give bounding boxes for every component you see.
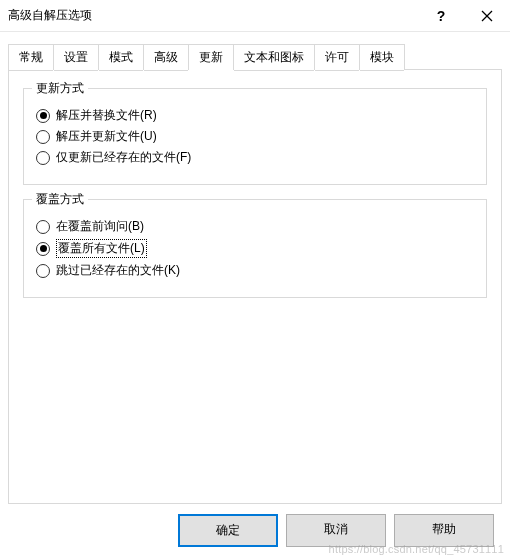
group-legend: 覆盖方式 [32, 191, 88, 208]
close-icon[interactable] [464, 0, 510, 32]
radio-icon [36, 151, 50, 165]
title-bar: 高级自解压选项 ? [0, 0, 510, 32]
tab-license[interactable]: 许可 [314, 44, 360, 70]
cancel-button[interactable]: 取消 [286, 514, 386, 547]
tab-label: 文本和图标 [244, 50, 304, 64]
radio-label: 跳过已经存在的文件(K) [56, 262, 180, 279]
tab-label: 常规 [19, 50, 43, 64]
button-label: 确定 [216, 523, 240, 537]
help-icon[interactable]: ? [418, 0, 464, 32]
radio-label: 覆盖所有文件(L) [56, 239, 147, 258]
tab-label: 高级 [154, 50, 178, 64]
tab-strip: 常规 设置 模式 高级 更新 文本和图标 许可 模块 [8, 44, 502, 70]
window-title: 高级自解压选项 [8, 7, 418, 24]
radio-ask-before-overwrite[interactable]: 在覆盖前询问(B) [36, 218, 474, 235]
dialog-content: 常规 设置 模式 高级 更新 文本和图标 许可 模块 更新方式 解压并替换文件(… [0, 32, 510, 555]
tab-panel-update: 更新方式 解压并替换文件(R) 解压并更新文件(U) 仅更新已经存在的文件(F)… [8, 69, 502, 504]
radio-icon [36, 109, 50, 123]
radio-label: 解压并更新文件(U) [56, 128, 157, 145]
tab-label: 设置 [64, 50, 88, 64]
radio-label: 解压并替换文件(R) [56, 107, 157, 124]
dialog-buttons: 确定 取消 帮助 [8, 504, 502, 547]
tab-update[interactable]: 更新 [188, 44, 234, 70]
radio-extract-replace[interactable]: 解压并替换文件(R) [36, 107, 474, 124]
tab-text-and-icons[interactable]: 文本和图标 [233, 44, 315, 70]
tab-label: 模块 [370, 50, 394, 64]
radio-label: 仅更新已经存在的文件(F) [56, 149, 191, 166]
radio-overwrite-all[interactable]: 覆盖所有文件(L) [36, 239, 474, 258]
radio-icon [36, 242, 50, 256]
tab-label: 更新 [199, 50, 223, 64]
button-label: 帮助 [432, 522, 456, 536]
tab-label: 许可 [325, 50, 349, 64]
tab-general[interactable]: 常规 [8, 44, 54, 70]
help-button[interactable]: 帮助 [394, 514, 494, 547]
ok-button[interactable]: 确定 [178, 514, 278, 547]
tab-advanced[interactable]: 高级 [143, 44, 189, 70]
radio-update-existing-only[interactable]: 仅更新已经存在的文件(F) [36, 149, 474, 166]
button-label: 取消 [324, 522, 348, 536]
radio-icon [36, 130, 50, 144]
radio-label: 在覆盖前询问(B) [56, 218, 144, 235]
group-overwrite-mode: 覆盖方式 在覆盖前询问(B) 覆盖所有文件(L) 跳过已经存在的文件(K) [23, 199, 487, 298]
radio-icon [36, 220, 50, 234]
tab-module[interactable]: 模块 [359, 44, 405, 70]
radio-skip-existing[interactable]: 跳过已经存在的文件(K) [36, 262, 474, 279]
tab-label: 模式 [109, 50, 133, 64]
radio-icon [36, 264, 50, 278]
tab-settings[interactable]: 设置 [53, 44, 99, 70]
group-legend: 更新方式 [32, 80, 88, 97]
tab-mode[interactable]: 模式 [98, 44, 144, 70]
group-update-mode: 更新方式 解压并替换文件(R) 解压并更新文件(U) 仅更新已经存在的文件(F) [23, 88, 487, 185]
radio-extract-update[interactable]: 解压并更新文件(U) [36, 128, 474, 145]
